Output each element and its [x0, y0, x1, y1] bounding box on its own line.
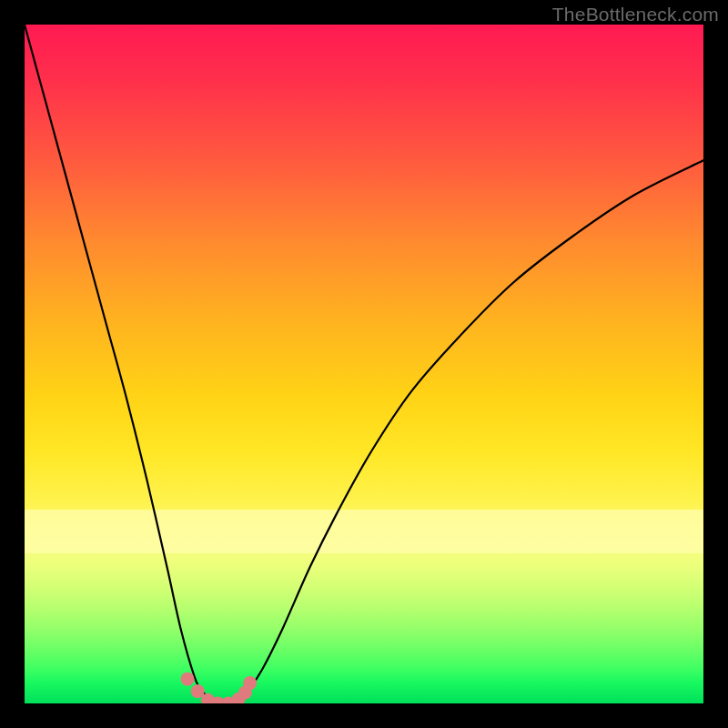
plot-area [25, 25, 703, 703]
curve-dot [243, 676, 257, 690]
curve-dot [181, 672, 195, 686]
chart-frame: TheBottleneck.com [0, 0, 728, 728]
bottleneck-curve [25, 25, 703, 703]
watermark-text: TheBottleneck.com [552, 4, 719, 25]
